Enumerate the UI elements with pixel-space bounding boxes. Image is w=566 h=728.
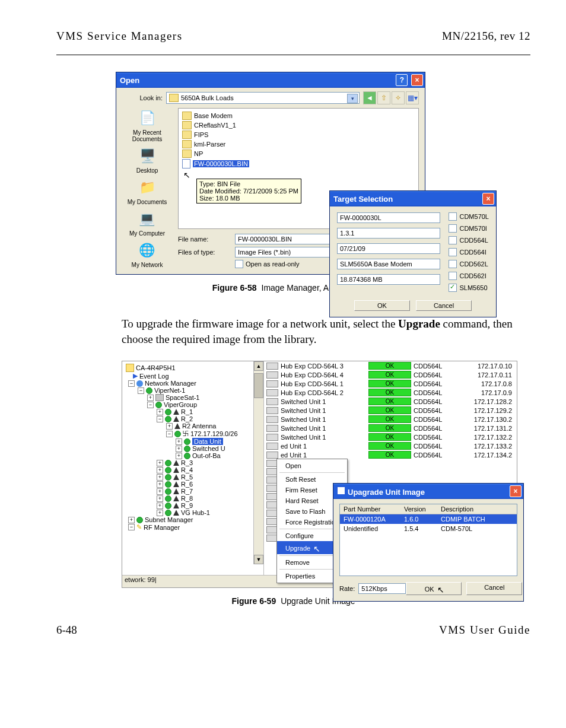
target-field-size[interactable]: 18.874368 MB	[337, 274, 440, 285]
cancel-button[interactable]: Cancel	[466, 582, 522, 595]
folder-item[interactable]: Base Modem	[182, 111, 415, 120]
place-mydocs[interactable]: 📁 My Documents	[128, 177, 167, 205]
col-description[interactable]: Description	[437, 504, 517, 514]
files-type-label: Files of type:	[178, 249, 231, 256]
tree-subnet-ip[interactable]: −卐172.17.129.0/26	[125, 430, 263, 438]
target-field-desc[interactable]: SLM5650A Base Modem	[337, 259, 440, 269]
upgrade-list[interactable]: Part Number Version Description FW-00001…	[339, 504, 517, 576]
target-check-cdd564i[interactable]: CDD564I	[449, 248, 489, 256]
tree-rf-mgr[interactable]: −✎RF Manager	[125, 523, 263, 531]
checkbox-icon[interactable]	[235, 260, 243, 268]
rate-input[interactable]: 512Kbps	[358, 583, 406, 594]
list-row[interactable]: Switched Unit 1OKCDD564L172.17.131.2	[264, 424, 517, 433]
tree-r8[interactable]: +R_8	[125, 495, 263, 502]
col-version[interactable]: Version	[400, 504, 437, 514]
close-icon[interactable]: ×	[411, 74, 423, 86]
folder-item[interactable]: CReflashV1_1	[182, 120, 415, 130]
place-mynet[interactable]: 🌐 My Network	[132, 240, 163, 268]
tree-event-log[interactable]: ▶Event Log	[125, 372, 263, 380]
up-one-level-icon[interactable]: ⇧	[377, 91, 390, 104]
target-check-cdd564l[interactable]: CDD564L	[449, 236, 489, 244]
target-field-ver[interactable]: 1.3.1	[337, 228, 440, 239]
place-desktop[interactable]: 🖥️ Desktop	[136, 146, 158, 174]
list-row[interactable]: ed Unit 1OKCDD564L172.17.134.2	[264, 450, 517, 459]
tree-vipergroup[interactable]: −ViperGroup	[125, 401, 263, 408]
lookin-dropdown[interactable]: 5650A Bulk Loads ▾	[166, 92, 360, 104]
checkbox-icon[interactable]	[449, 212, 457, 221]
list-row[interactable]: Switched Unit 1OKCDD564L172.17.129.2	[264, 406, 517, 415]
tree-vghub[interactable]: +VG Hub-1	[125, 509, 263, 516]
target-check-cdm570i[interactable]: CDM570I	[449, 224, 489, 233]
upgrade-row[interactable]: FW-0000120A1.6.0CDMIP BATCH	[340, 514, 517, 524]
vertical-scrollbar[interactable]: ▲ ▼	[253, 361, 263, 564]
tree-spacesat[interactable]: +SpaceSat-1	[125, 394, 263, 401]
folder-item[interactable]: kml-Parser	[182, 139, 415, 149]
tree-data-unit[interactable]: +Data Unit	[125, 438, 263, 445]
target-check-cdd562l[interactable]: CDD562L	[449, 260, 489, 268]
checkbox-icon[interactable]	[449, 272, 457, 280]
ok-button[interactable]: OK ↖	[406, 582, 462, 595]
folder-item[interactable]: FIPS	[182, 130, 415, 139]
tree-r1[interactable]: +R_1	[125, 408, 263, 415]
scroll-thumb[interactable]	[254, 373, 263, 398]
place-recent[interactable]: 📄 My Recent Documents	[121, 108, 173, 142]
tree-network-mgr[interactable]: −Network Manager	[125, 380, 263, 387]
upgrade-row[interactable]: Unidentified1.5.4CDM-570L	[340, 524, 517, 533]
tree-r9[interactable]: +R_9	[125, 502, 263, 509]
instruction-part1: To upgrade the firmware image for a netw…	[122, 317, 398, 330]
checkbox-icon[interactable]	[449, 236, 457, 244]
new-folder-icon[interactable]: ✧	[392, 91, 405, 104]
target-check-cdd562i[interactable]: CDD562I	[449, 272, 489, 280]
target-field-date[interactable]: 07/21/09	[337, 243, 440, 254]
help-icon[interactable]: ?	[396, 74, 408, 86]
tree-r2[interactable]: −R_2	[125, 415, 263, 422]
checkbox-icon[interactable]	[449, 248, 457, 256]
tree-r4[interactable]: +R_4	[125, 466, 263, 473]
target-check-slm5650[interactable]: SLM5650	[449, 284, 489, 292]
tree-r5[interactable]: +R_5	[125, 473, 263, 481]
cancel-button[interactable]: Cancel	[416, 300, 472, 311]
tree-vipernet[interactable]: −ViperNet-1	[125, 387, 263, 394]
folder-item[interactable]: NP	[182, 149, 415, 158]
list-row[interactable]: Hub Exp CDD-564L 4OKCDD564L172.17.0.11	[264, 370, 517, 379]
tree-r7[interactable]: +R_7	[125, 488, 263, 495]
file-item-selected[interactable]: FW-0000030L.BIN	[182, 158, 415, 169]
list-row[interactable]: Hub Exp CDD-564L 1OKCDD564L172.17.0.8	[264, 379, 517, 388]
scroll-down-icon[interactable]: ▼	[254, 555, 263, 564]
tree-r3[interactable]: +R_3	[125, 459, 263, 466]
modem-icon	[266, 452, 278, 459]
checkbox-icon[interactable]	[449, 224, 457, 233]
list-row[interactable]: Switched Unit 1OKCDD564L172.17.130.2	[264, 415, 517, 424]
upgrade-titlebar[interactable]: Upagrade Unit Image ×	[333, 484, 523, 499]
close-icon[interactable]: ×	[510, 485, 522, 497]
tree-panel[interactable]: CA-4R4P5H1 ▶Event Log −Network Manager −…	[122, 361, 264, 575]
ctx-open[interactable]: Open	[277, 460, 347, 471]
target-check-cdm570l[interactable]: CDM570L	[449, 212, 489, 221]
list-row[interactable]: Hub Exp CDD-564L 2OKCDD564L172.17.0.9	[264, 388, 517, 397]
list-row[interactable]: Switched Unit 1OKCDD564L172.17.128.2	[264, 397, 517, 406]
scroll-up-icon[interactable]: ▲	[254, 361, 263, 371]
ok-button[interactable]: OK	[354, 300, 410, 311]
open-dialog-titlebar[interactable]: Open ? ×	[116, 72, 425, 88]
tree-out-of-ba[interactable]: +Out-of-Ba	[125, 452, 263, 459]
checkbox-icon[interactable]	[449, 260, 457, 268]
target-field-fw[interactable]: FW-0000030L	[337, 212, 440, 223]
chevron-down-icon[interactable]: ▾	[347, 94, 358, 103]
checkbox-icon[interactable]	[449, 284, 457, 292]
col-partnumber[interactable]: Part Number	[340, 504, 400, 514]
target-titlebar[interactable]: Target Selection ×	[330, 191, 496, 206]
list-row[interactable]: Switched Unit 1OKCDD564L172.17.132.2	[264, 433, 517, 441]
close-icon[interactable]: ×	[482, 193, 494, 205]
tree-r6[interactable]: +R_6	[125, 481, 263, 488]
tree-subnet-mgr[interactable]: +Subnet Manager	[125, 516, 263, 523]
tree-r2-antenna[interactable]: +R2 Antenna	[125, 422, 263, 430]
row-status: OK	[368, 380, 411, 387]
list-row[interactable]: ed Unit 1OKCDD564L172.17.133.2	[264, 441, 517, 450]
tree-switched-u[interactable]: +Switched U	[125, 445, 263, 452]
target-selection-dialog: Target Selection × FW-0000030L 1.3.1 07/…	[329, 190, 497, 317]
back-icon[interactable]: ◄	[363, 91, 376, 104]
list-row[interactable]: Hub Exp CDD-564L 3OKCDD564L172.17.0.10	[264, 361, 517, 370]
place-mycomp[interactable]: 💻 My Computer	[129, 209, 165, 237]
views-icon[interactable]: ▦▾	[406, 91, 419, 104]
tree-root[interactable]: CA-4R4P5H1	[125, 364, 263, 372]
